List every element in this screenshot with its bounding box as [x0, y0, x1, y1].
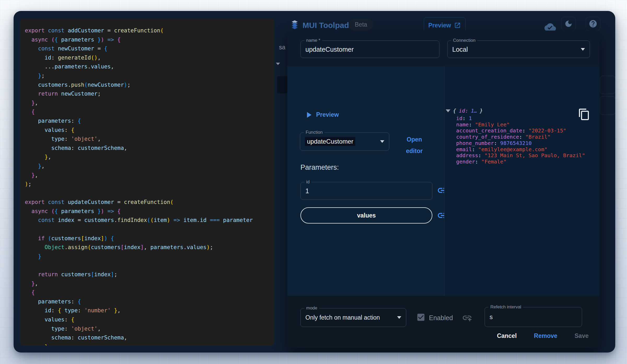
preview-expander[interactable]: Preview	[307, 111, 339, 118]
open-in-new-icon	[454, 22, 461, 29]
occluded-field-outline	[600, 96, 615, 115]
play-icon	[307, 112, 311, 118]
mode-select-value: Only fetch on manual action	[305, 314, 380, 321]
expander-triangle-icon	[446, 109, 450, 112]
connection-select[interactable]: Connection Local	[447, 40, 590, 58]
chevron-down-icon	[581, 48, 585, 51]
dialog-header-section: name * updateCustomer Connection Local	[287, 31, 600, 66]
connection-select-label: Connection	[451, 38, 477, 43]
toolpad-logo-icon	[289, 20, 300, 30]
function-select[interactable]: Function updateCustomer	[300, 132, 389, 151]
save-button[interactable]: Save	[574, 332, 589, 339]
query-editor-dialog: name * updateCustomer Connection Local P…	[287, 31, 600, 348]
chevron-down-icon	[397, 316, 401, 319]
occluded-field-outline	[600, 76, 615, 94]
result-panel	[444, 66, 600, 296]
cancel-button[interactable]: Cancel	[497, 332, 516, 339]
refetch-interval-value: s	[490, 313, 493, 321]
chevron-down-icon[interactable]	[276, 63, 280, 65]
refetch-interval-label: Refetch interval	[489, 304, 523, 310]
name-input-label: name *	[304, 38, 322, 43]
enabled-checkbox-label: Enabled	[429, 314, 453, 322]
connection-select-value: Local	[452, 45, 468, 53]
app-preview-label: Preview	[428, 22, 451, 29]
occluded-panel-text: sa	[279, 44, 287, 51]
function-select-label: Function	[304, 130, 324, 135]
moon-icon	[564, 20, 573, 28]
dark-mode-toggle-button[interactable]	[561, 17, 576, 31]
beta-badge: Beta	[349, 19, 373, 31]
help-button[interactable]	[586, 17, 600, 31]
remove-button[interactable]: Remove	[534, 332, 557, 339]
preview-expander-label: Preview	[316, 111, 339, 118]
query-config-panel: Preview Function updateCustomer Open edi…	[287, 66, 444, 296]
result-entries: id: 1name: "Emily Lee"account_creation_d…	[456, 115, 585, 165]
occluded-panel-block	[277, 76, 287, 93]
param-id-value: 1	[305, 187, 309, 195]
dialog-actions: Cancel Remove Save	[497, 332, 589, 339]
result-root-preview[interactable]: {id: 1…}	[446, 108, 483, 114]
add-binding-link-icon[interactable]	[462, 313, 472, 323]
code-content[interactable]: export const addCustomer = createFunctio…	[25, 26, 274, 345]
result-root-close: }	[480, 108, 483, 114]
name-input-value: updateCustomer	[305, 45, 354, 53]
refetch-interval-input[interactable]: Refetch interval s	[485, 307, 582, 327]
mode-select-label: mode	[304, 306, 319, 311]
app-window: export const addCustomer = createFunctio…	[14, 11, 615, 353]
enabled-checkbox[interactable]	[416, 313, 426, 322]
chevron-down-icon	[380, 140, 384, 143]
result-root-open: {	[453, 108, 456, 114]
mode-select[interactable]: mode Only fetch on manual action	[300, 308, 406, 327]
open-editor-button[interactable]: Open editor	[400, 134, 429, 157]
dialog-body-section: Preview Function updateCustomer Open edi…	[287, 66, 600, 296]
page: export const addCustomer = createFunctio…	[0, 0, 627, 364]
app-title: MUI Toolpad	[303, 21, 349, 30]
param-values-button[interactable]: values	[300, 207, 432, 224]
param-id-label: id	[304, 179, 311, 185]
parameters-heading: Parameters:	[300, 163, 339, 172]
code-editor[interactable]: export const addCustomer = createFunctio…	[20, 19, 274, 345]
result-root-value: 1…	[471, 108, 477, 114]
param-id-input[interactable]: id 1	[300, 182, 432, 200]
copy-icon[interactable]	[578, 108, 590, 121]
function-select-value: updateCustomer	[305, 137, 355, 146]
result-root-key: id:	[459, 108, 468, 114]
name-input[interactable]: name * updateCustomer	[300, 40, 439, 58]
help-icon	[589, 19, 597, 28]
